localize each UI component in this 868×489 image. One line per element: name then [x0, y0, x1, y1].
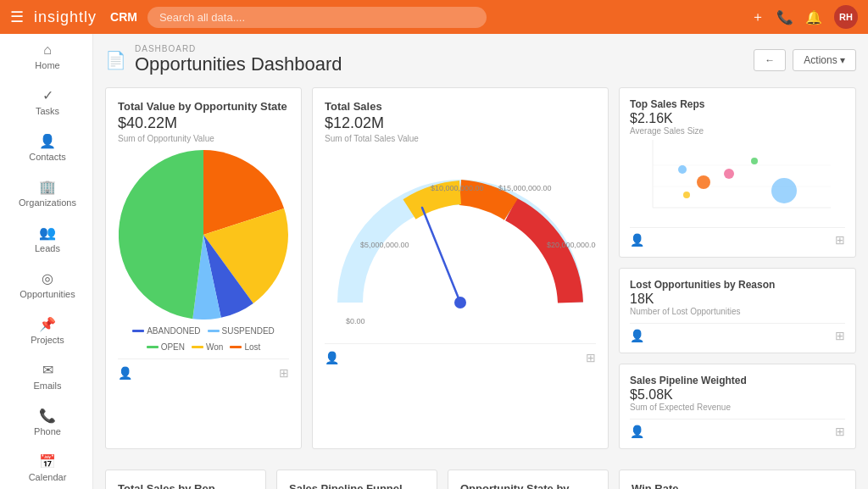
win-rate-title: Win Rate — [632, 482, 843, 489]
svg-text:$15,000,000.00: $15,000,000.00 — [498, 184, 552, 192]
sidebar-item-label: Contacts — [29, 152, 65, 162]
sidebar-item-calendar[interactable]: 📅 Calendar — [0, 445, 92, 489]
opportunity-state-card: Opportunity State by Value $40.22M Sum o… — [448, 470, 609, 489]
total-value-card: Total Value by Opportunity State $40.22M… — [105, 87, 302, 449]
sales-pipeline-title: Sales Pipeline Weighted — [630, 375, 845, 386]
calendar-icon: 📅 — [39, 453, 56, 470]
svg-point-12 — [697, 175, 710, 189]
user-icon-3[interactable]: 👤 — [630, 233, 644, 247]
user-icon-5[interactable]: 👤 — [630, 425, 644, 438]
sidebar-item-label: Emails — [33, 381, 61, 391]
top-sales-reps-footer: 👤 ⊞ — [630, 227, 845, 247]
header-actions: ← Actions ▾ — [754, 49, 856, 71]
legend-won: Won — [192, 342, 223, 352]
pie-legend: ABANDONED SUSPENDED OPEN Won Lost — [118, 326, 289, 352]
sidebar-item-label: Organizations — [19, 197, 76, 208]
sales-pipeline-value: $5.08K — [630, 387, 845, 403]
legend-won-label: Won — [206, 342, 223, 352]
dashboard-bottom-grid: Total Sales by Rep $7.78M Sum of Opportu… — [105, 470, 856, 489]
back-button[interactable]: ← — [754, 49, 786, 71]
total-sales-subtitle: Sum of Total Sales Value — [325, 134, 596, 143]
sidebar-item-leads[interactable]: 👥 Leads — [0, 216, 92, 262]
pie-chart — [119, 150, 288, 320]
sidebar-item-label: Tasks — [36, 106, 59, 116]
top-navigation: ☰ insightly CRM ＋ 📞 🔔 RH — [0, 0, 868, 34]
legend-abandoned-label: ABANDONED — [147, 326, 200, 336]
legend-open: OPEN — [147, 342, 185, 352]
sidebar-item-emails[interactable]: ✉ Emails — [0, 353, 92, 399]
leads-icon: 👥 — [39, 225, 56, 241]
gauge-chart: $0.00 $5,000,000.00 $10,000,000.00 $15,0… — [325, 150, 596, 336]
total-sales-card: Total Sales $12.02M Sum of Total Sales V… — [312, 87, 609, 449]
svg-point-6 — [454, 297, 466, 308]
sidebar-item-label: Projects — [31, 335, 64, 345]
lost-opp-subtitle: Number of Lost Opportunities — [630, 307, 845, 316]
phone-icon[interactable]: 📞 — [776, 9, 793, 25]
grid-icon-2[interactable]: ⊞ — [586, 351, 596, 364]
sales-pipeline-funnel-card: Sales Pipeline Funnel $26.00K Sum of Opp… — [276, 470, 437, 489]
right-column: Top Sales Reps $2.16K Average Sales Size — [619, 87, 856, 449]
user-icon[interactable]: 👤 — [118, 366, 132, 380]
sidebar-item-projects[interactable]: 📌 Projects — [0, 308, 92, 353]
legend-suspended: SUSPENDED — [208, 326, 275, 336]
user-icon-2[interactable]: 👤 — [325, 351, 339, 364]
dashboard-top-grid: Total Value by Opportunity State $40.22M… — [105, 87, 856, 459]
tasks-icon: ✓ — [42, 87, 53, 103]
top-sales-reps-value: $2.16K — [630, 111, 845, 126]
sidebar-item-label: Phone — [34, 426, 61, 436]
lost-opportunities-card: Lost Opportunities by Reason 18K Number … — [619, 268, 856, 353]
sidebar-item-tasks[interactable]: ✓ Tasks — [0, 79, 92, 125]
sidebar-item-home[interactable]: ⌂ Home — [0, 34, 92, 79]
avatar[interactable]: RH — [834, 5, 858, 29]
sales-pipeline-subtitle: Sum of Expected Revenue — [630, 403, 845, 412]
sidebar-item-label: Opportunities — [19, 289, 75, 299]
breadcrumb: DASHBOARD — [135, 44, 342, 53]
scatter-svg — [630, 136, 845, 216]
legend-open-label: OPEN — [161, 342, 185, 352]
grid-icon[interactable]: ⊞ — [279, 366, 289, 380]
legend-abandoned: ABANDONED — [132, 326, 200, 336]
projects-icon: 📌 — [39, 316, 56, 332]
sidebar-item-label: Leads — [35, 243, 60, 253]
organizations-icon: 🏢 — [39, 179, 56, 195]
sidebar-item-organizations[interactable]: 🏢 Organizations — [0, 170, 92, 216]
sidebar-item-label: Calendar — [29, 472, 67, 482]
sidebar-item-phone[interactable]: 📞 Phone — [0, 399, 92, 445]
svg-point-15 — [771, 178, 797, 203]
logo: insightly — [34, 8, 97, 26]
svg-text:$0.00: $0.00 — [346, 317, 365, 325]
total-sales-rep-card: Total Sales by Rep $7.78M Sum of Opportu… — [105, 470, 266, 489]
opp-state-title: Opportunity State by Value — [460, 482, 596, 489]
sidebar-item-contacts[interactable]: 👤 Contacts — [0, 125, 92, 170]
win-rate-card: Win Rate 100.00% Average of Win Rate 👤 ⊞ — [619, 470, 856, 489]
svg-point-11 — [678, 165, 687, 174]
menu-icon[interactable]: ☰ — [10, 8, 24, 26]
total-value-footer: 👤 ⊞ — [118, 358, 289, 380]
total-sales-footer: 👤 ⊞ — [325, 343, 596, 364]
bell-icon[interactable]: 🔔 — [805, 9, 822, 25]
lost-opp-footer: 👤 ⊞ — [630, 323, 845, 342]
page-title-block: DASHBOARD Opportunities Dashboard — [135, 44, 342, 75]
sidebar-item-label: Home — [35, 60, 59, 70]
page-header: 📄 DASHBOARD Opportunities Dashboard ← Ac… — [105, 44, 856, 75]
lost-opp-value: 18K — [630, 292, 845, 307]
svg-point-16 — [683, 192, 690, 198]
svg-text:$10,000,000.00: $10,000,000.00 — [431, 184, 484, 192]
add-icon[interactable]: ＋ — [751, 8, 765, 26]
gauge-container: $0.00 $5,000,000.00 $10,000,000.00 $15,0… — [325, 150, 596, 336]
grid-icon-3[interactable]: ⊞ — [835, 233, 845, 247]
sales-pipeline-card: Sales Pipeline Weighted $5.08K Sum of Ex… — [619, 364, 856, 449]
sidebar-item-opportunities[interactable]: ◎ Opportunities — [0, 262, 92, 308]
total-value-amount: $40.22M — [118, 114, 289, 132]
grid-icon-4[interactable]: ⊞ — [835, 329, 845, 342]
search-input[interactable] — [147, 7, 487, 28]
funnel-title: Sales Pipeline Funnel — [289, 482, 425, 489]
actions-button[interactable]: Actions ▾ — [793, 49, 856, 71]
total-value-title: Total Value by Opportunity State — [118, 100, 289, 113]
grid-icon-5[interactable]: ⊞ — [835, 425, 845, 438]
legend-suspended-label: SUSPENDED — [222, 326, 275, 336]
svg-line-5 — [422, 208, 460, 303]
user-icon-4[interactable]: 👤 — [630, 329, 644, 342]
nav-icons: ＋ 📞 🔔 RH — [751, 5, 858, 29]
document-icon: 📄 — [105, 50, 126, 70]
